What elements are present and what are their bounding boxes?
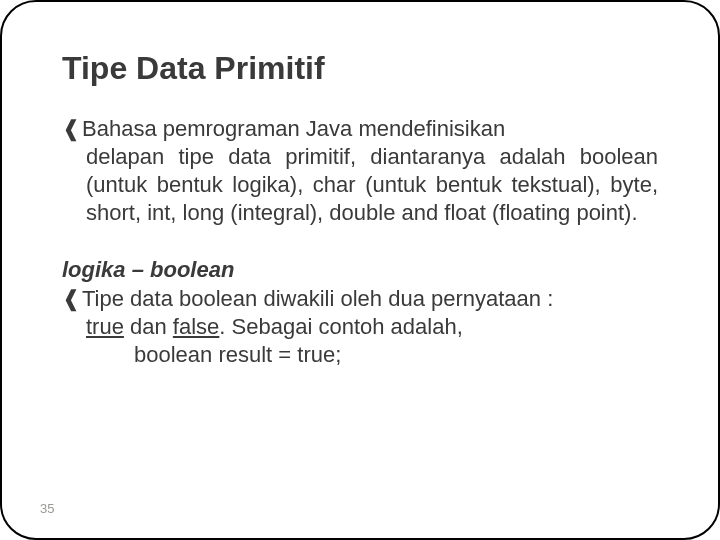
bullet-text-rest: delapan tipe data primitif, diantaranya …: [62, 143, 658, 227]
bullet-row: ❰ Tipe data boolean diwakili oleh dua pe…: [62, 285, 658, 313]
bullet-row: ❰ Bahasa pemrograman Java mendefinisikan: [62, 115, 658, 143]
bullet-text-line1: Bahasa pemrograman Java mendefinisikan: [82, 115, 505, 143]
bullet-icon: ❰: [62, 115, 80, 143]
underline-false: false: [173, 314, 219, 339]
page-number: 35: [40, 501, 54, 516]
bullet2-line1: Tipe data boolean diwakili oleh dua pern…: [82, 285, 553, 313]
text-dan: dan: [124, 314, 173, 339]
text-contoh: . Sebagai contoh adalah,: [219, 314, 462, 339]
bullet-block-1: ❰ Bahasa pemrograman Java mendefinisikan…: [62, 115, 658, 227]
subheading: logika – boolean: [62, 257, 658, 283]
bullet-block-2: ❰ Tipe data boolean diwakili oleh dua pe…: [62, 285, 658, 369]
bullet2-line2: true dan false. Sebagai contoh adalah,: [62, 313, 658, 341]
slide-frame: Tipe Data Primitif ❰ Bahasa pemrograman …: [0, 0, 720, 540]
underline-true: true: [86, 314, 124, 339]
bullet2-line3: boolean result = true;: [62, 341, 658, 369]
bullet-icon: ❰: [62, 285, 80, 313]
slide-title: Tipe Data Primitif: [62, 50, 658, 87]
